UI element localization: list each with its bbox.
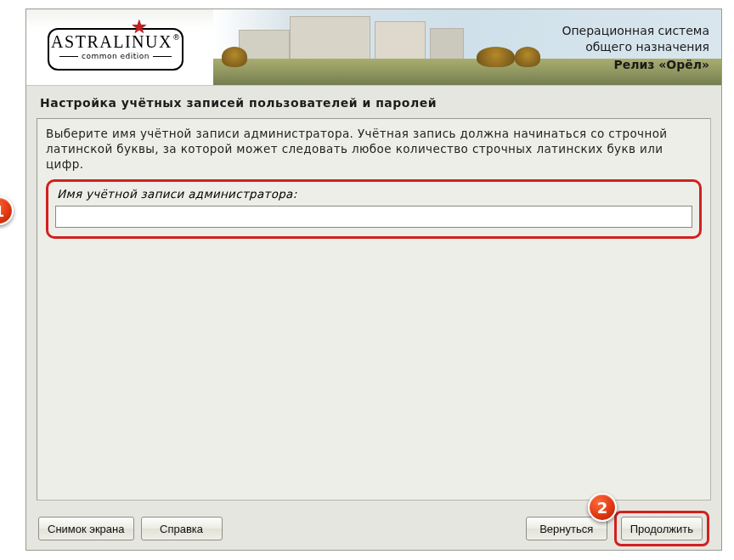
tree-graphic bbox=[477, 47, 515, 67]
banner: ★ ASTRALINUX® common edition Операционна… bbox=[26, 9, 721, 86]
installer-window: ★ ASTRALINUX® common edition Операционна… bbox=[25, 8, 722, 551]
logo-title: ASTRALINUX bbox=[51, 33, 172, 50]
building-graphic bbox=[375, 21, 426, 60]
star-icon: ★ bbox=[131, 16, 148, 37]
back-button[interactable]: Вернуться bbox=[526, 517, 607, 540]
input-highlight: Имя учётной записи администратора: bbox=[46, 179, 702, 239]
banner-line2: общего назначения bbox=[562, 39, 709, 55]
page-title: Настройка учётных записей пользователей … bbox=[26, 86, 721, 118]
admin-username-input[interactable] bbox=[55, 206, 692, 228]
main-panel: Выберите имя учётной записи администрато… bbox=[37, 118, 711, 501]
instructions-text: Выберите имя учётной записи администрато… bbox=[46, 126, 702, 173]
help-button[interactable]: Справка bbox=[141, 517, 223, 540]
tree-graphic bbox=[515, 47, 540, 67]
annotation-badge-2: 2 bbox=[588, 493, 617, 522]
annotation-badge-1: 1 bbox=[0, 196, 14, 225]
continue-highlight: Продолжить bbox=[614, 511, 709, 546]
tree-graphic bbox=[222, 47, 247, 67]
screenshot-button[interactable]: Снимок экрана bbox=[38, 517, 134, 540]
bottom-bar: Снимок экрана Справка Вернуться Продолжи… bbox=[26, 507, 721, 550]
building-graphic bbox=[290, 16, 370, 60]
astralinux-logo: ★ ASTRALINUX® common edition bbox=[48, 28, 184, 71]
registered-icon: ® bbox=[172, 33, 180, 42]
banner-line1: Операционная система bbox=[562, 23, 709, 39]
banner-release: Релиз «Орёл» bbox=[562, 57, 709, 73]
admin-username-label: Имя учётной записи администратора: bbox=[57, 187, 692, 201]
banner-text: Операционная система общего назначения Р… bbox=[562, 23, 709, 73]
continue-button[interactable]: Продолжить bbox=[621, 517, 703, 540]
logo-subtitle: common edition bbox=[49, 52, 182, 60]
building-graphic bbox=[430, 28, 464, 60]
